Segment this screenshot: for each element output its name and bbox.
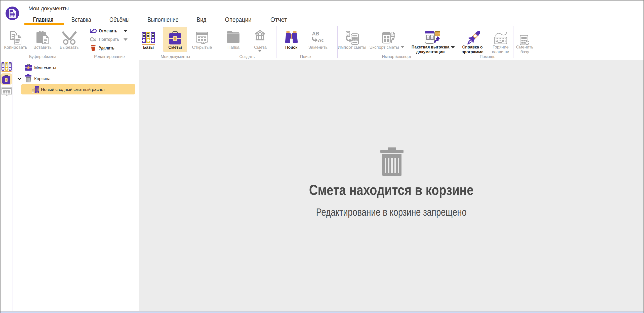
svg-text:AB: AB <box>312 31 319 36</box>
svg-text:AC: AC <box>318 37 324 42</box>
